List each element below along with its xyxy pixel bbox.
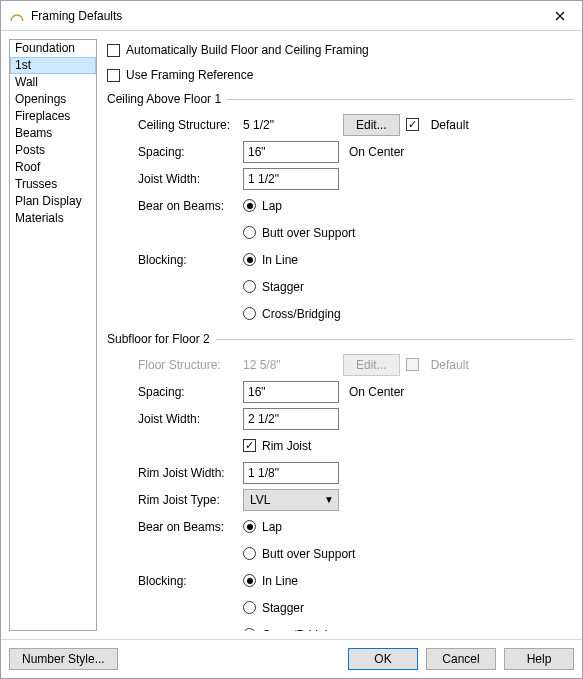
- subfloor-blocking-inline-radio[interactable]: [243, 574, 256, 587]
- title-bar: Framing Defaults: [1, 1, 582, 31]
- ok-button[interactable]: OK: [348, 648, 418, 670]
- rim-joist-type-label: Rim Joist Type:: [138, 493, 243, 507]
- subfloor-blocking-cross-radio[interactable]: [243, 628, 256, 631]
- subfloor-spacing-label: Spacing:: [138, 385, 243, 399]
- sidebar-item-roof[interactable]: Roof: [10, 159, 96, 176]
- ceiling-blocking-cross-radio[interactable]: [243, 307, 256, 320]
- category-list[interactable]: Foundation 1st Wall Openings Fireplaces …: [9, 39, 97, 631]
- rim-joist-width-input[interactable]: [243, 462, 339, 484]
- ceiling-joist-width-label: Joist Width:: [138, 172, 243, 186]
- ceiling-default-checkbox[interactable]: [406, 118, 419, 131]
- auto-build-checkbox[interactable]: [107, 44, 120, 57]
- subfloor-blocking-stagger-radio[interactable]: [243, 601, 256, 614]
- subfloor-bear-lap-radio[interactable]: [243, 520, 256, 533]
- sidebar-item-beams[interactable]: Beams: [10, 125, 96, 142]
- rim-joist-checkbox[interactable]: [243, 439, 256, 452]
- sidebar-item-openings[interactable]: Openings: [10, 91, 96, 108]
- sidebar-item-1st[interactable]: 1st: [10, 57, 96, 74]
- rim-joist-width-label: Rim Joist Width:: [138, 466, 243, 480]
- sidebar-item-fireplaces[interactable]: Fireplaces: [10, 108, 96, 125]
- subfloor-joist-width-label: Joist Width:: [138, 412, 243, 426]
- subfloor-group-header: Subfloor for Floor 2: [107, 332, 574, 346]
- ceiling-blocking-stagger-radio[interactable]: [243, 280, 256, 293]
- ceiling-blocking-inline-radio[interactable]: [243, 253, 256, 266]
- ceiling-group-header: Ceiling Above Floor 1: [107, 92, 574, 106]
- sidebar-item-trusses[interactable]: Trusses: [10, 176, 96, 193]
- sidebar-item-plan-display[interactable]: Plan Display: [10, 193, 96, 210]
- ceiling-structure-label: Ceiling Structure:: [138, 118, 243, 132]
- subfloor-blocking-label: Blocking:: [138, 574, 243, 588]
- subfloor-joist-width-input[interactable]: [243, 408, 339, 430]
- window-title: Framing Defaults: [31, 9, 538, 23]
- rim-joist-type-select[interactable]: LVL ▼: [243, 489, 339, 511]
- subfloor-bear-butt-radio[interactable]: [243, 547, 256, 560]
- ceiling-bear-lap-radio[interactable]: [243, 199, 256, 212]
- ceiling-default-label: Default: [431, 118, 469, 132]
- cancel-button[interactable]: Cancel: [426, 648, 496, 670]
- chevron-down-icon: ▼: [324, 494, 334, 505]
- use-framing-ref-checkbox[interactable]: [107, 69, 120, 82]
- auto-build-label: Automatically Build Floor and Ceiling Fr…: [126, 43, 369, 57]
- ceiling-spacing-label: Spacing:: [138, 145, 243, 159]
- help-button[interactable]: Help: [504, 648, 574, 670]
- subfloor-structure-value: 12 5/8": [243, 358, 299, 372]
- sidebar-item-posts[interactable]: Posts: [10, 142, 96, 159]
- ceiling-blocking-label: Blocking:: [138, 253, 243, 267]
- ceiling-bear-butt-radio[interactable]: [243, 226, 256, 239]
- subfloor-spacing-unit: On Center: [349, 385, 404, 399]
- subfloor-spacing-input[interactable]: [243, 381, 339, 403]
- ceiling-spacing-input[interactable]: [243, 141, 339, 163]
- ceiling-bear-label: Bear on Beams:: [138, 199, 243, 213]
- sidebar-item-wall[interactable]: Wall: [10, 74, 96, 91]
- sidebar-item-materials[interactable]: Materials: [10, 210, 96, 227]
- subfloor-structure-edit-button: Edit...: [343, 354, 400, 376]
- ceiling-structure-edit-button[interactable]: Edit...: [343, 114, 400, 136]
- app-icon: [9, 8, 25, 24]
- dialog-footer: Number Style... OK Cancel Help: [1, 639, 582, 678]
- sidebar-item-foundation[interactable]: Foundation: [10, 40, 96, 57]
- subfloor-default-label: Default: [431, 358, 469, 372]
- ceiling-spacing-unit: On Center: [349, 145, 404, 159]
- dialog-window: Framing Defaults Foundation 1st Wall Ope…: [0, 0, 583, 679]
- settings-panel: Automatically Build Floor and Ceiling Fr…: [107, 39, 574, 631]
- close-button[interactable]: [538, 1, 582, 31]
- use-framing-ref-label: Use Framing Reference: [126, 68, 253, 82]
- subfloor-bear-label: Bear on Beams:: [138, 520, 243, 534]
- ceiling-structure-value: 5 1/2": [243, 118, 299, 132]
- subfloor-default-checkbox: [406, 358, 419, 371]
- ceiling-joist-width-input[interactable]: [243, 168, 339, 190]
- subfloor-structure-label: Floor Structure:: [138, 358, 243, 372]
- number-style-button[interactable]: Number Style...: [9, 648, 118, 670]
